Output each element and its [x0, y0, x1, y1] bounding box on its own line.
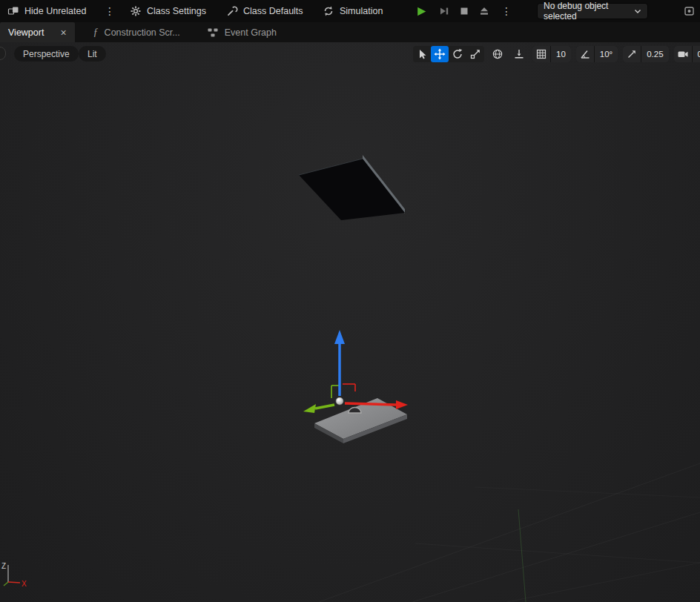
world-local-toggle-button[interactable]	[489, 46, 506, 62]
rotation-snap-toggle-button[interactable]	[576, 46, 594, 62]
stop-button[interactable]	[455, 3, 473, 19]
stop-icon	[458, 5, 470, 17]
grid-axis-line-green	[518, 509, 526, 602]
graph-icon	[207, 27, 219, 39]
tab-construction-label: Construction Scr...	[105, 27, 180, 38]
class-defaults-label: Class Defaults	[243, 6, 303, 16]
scale-snap-group: 0.25	[623, 46, 668, 62]
play-button[interactable]	[412, 3, 430, 19]
frame-skip-button[interactable]	[435, 3, 453, 19]
scale-snap-toggle-button[interactable]	[623, 46, 641, 62]
gizmo-axis-y[interactable]	[303, 404, 334, 413]
translate-tool-button[interactable]	[431, 46, 449, 62]
rotate-icon	[452, 48, 463, 60]
scale-tool-button[interactable]	[466, 46, 484, 62]
grid-snap-toggle-button[interactable]	[532, 46, 550, 62]
axis-indicator-widget: Z X	[1, 562, 27, 588]
camera-speed-button[interactable]	[674, 46, 692, 62]
class-settings-button[interactable]: Class Settings	[130, 0, 206, 22]
hide-unrelated-button[interactable]: Hide Unrelated	[7, 0, 86, 22]
grid-snap-group: 10	[532, 46, 571, 62]
simulation-button[interactable]: Simulation	[323, 0, 383, 22]
translate-gizmo	[303, 330, 408, 413]
function-icon: ƒ	[93, 27, 99, 39]
play-icon	[415, 5, 428, 18]
camera-speed-group: 0.1	[674, 46, 700, 62]
simulation-label: Simulation	[340, 6, 383, 16]
move-icon	[434, 48, 446, 60]
debug-object-label: No debug object selected	[544, 1, 628, 22]
perspective-dropdown[interactable]: Perspective	[14, 46, 79, 62]
grid-snap-value[interactable]: 10	[551, 46, 571, 62]
class-settings-label: Class Settings	[147, 6, 206, 16]
tab-event-graph-label: Event Graph	[225, 27, 277, 38]
close-icon[interactable]: ×	[60, 27, 66, 38]
scale-icon	[469, 48, 481, 60]
hide-unrelated-label: Hide Unrelated	[24, 6, 86, 16]
transform-tool-group	[413, 46, 484, 62]
grid-lines	[319, 463, 700, 602]
chevron-down-icon	[634, 8, 641, 14]
top-toolbar: Hide Unrelated ⋮ Class Settings Class De…	[0, 0, 700, 22]
debug-object-dropdown[interactable]: No debug object selected	[537, 3, 648, 19]
tab-event-graph[interactable]: Event Graph	[199, 22, 285, 42]
simulation-icon	[323, 5, 334, 17]
perspective-label: Perspective	[23, 49, 70, 59]
grid-icon	[535, 48, 547, 60]
angle-icon	[579, 48, 591, 60]
axis-x-label: X	[22, 580, 27, 588]
lit-label: Lit	[88, 49, 97, 59]
cursor-icon	[416, 48, 428, 60]
gizmo-center-handle[interactable]	[336, 397, 343, 405]
find-node-button[interactable]	[681, 3, 699, 19]
surface-snap-icon	[513, 48, 525, 60]
gear-icon	[130, 5, 142, 17]
eject-button[interactable]	[475, 3, 493, 19]
camera-speed-value[interactable]: 0.1	[693, 46, 700, 62]
viewport-canvas: Z X	[0, 42, 700, 602]
select-tool-button[interactable]	[413, 46, 431, 62]
surface-snapping-button[interactable]	[511, 46, 527, 62]
globe-icon	[492, 48, 503, 60]
blueprint-editor-window: Hide Unrelated ⋮ Class Settings Class De…	[0, 0, 700, 602]
mesh-dark-plate[interactable]	[299, 155, 405, 220]
eject-icon	[478, 5, 490, 17]
diagonal-arrow-icon	[626, 48, 638, 60]
hide-unrelated-icon	[7, 5, 19, 17]
transform-toolbar: 10 10° 0.	[413, 46, 700, 62]
viewport-3d[interactable]: Z X Perspective Lit	[0, 42, 700, 602]
find-icon	[684, 5, 696, 17]
class-defaults-button[interactable]: Class Defaults	[226, 0, 303, 22]
tab-viewport[interactable]: Viewport ×	[0, 22, 75, 42]
camera-icon	[677, 48, 689, 60]
axis-z-label: Z	[1, 562, 6, 570]
wrench-icon	[226, 5, 238, 17]
frame-skip-icon	[438, 5, 450, 17]
tab-construction-script[interactable]: ƒ Construction Scr...	[85, 22, 188, 42]
rotate-tool-button[interactable]	[449, 46, 466, 62]
play-options-button[interactable]: ⋮	[498, 0, 515, 22]
rotation-snap-group: 10°	[576, 46, 618, 62]
tab-viewport-label: Viewport	[8, 27, 44, 38]
scale-snap-value[interactable]: 0.25	[641, 46, 668, 62]
gizmo-plane-handles[interactable]	[331, 384, 355, 398]
rotation-snap-value[interactable]: 10°	[595, 46, 618, 62]
document-tab-bar: Viewport × ƒ Construction Scr... Event G…	[0, 22, 700, 42]
hide-unrelated-options-button[interactable]: ⋮	[102, 0, 118, 22]
lit-dropdown[interactable]: Lit	[79, 46, 106, 62]
